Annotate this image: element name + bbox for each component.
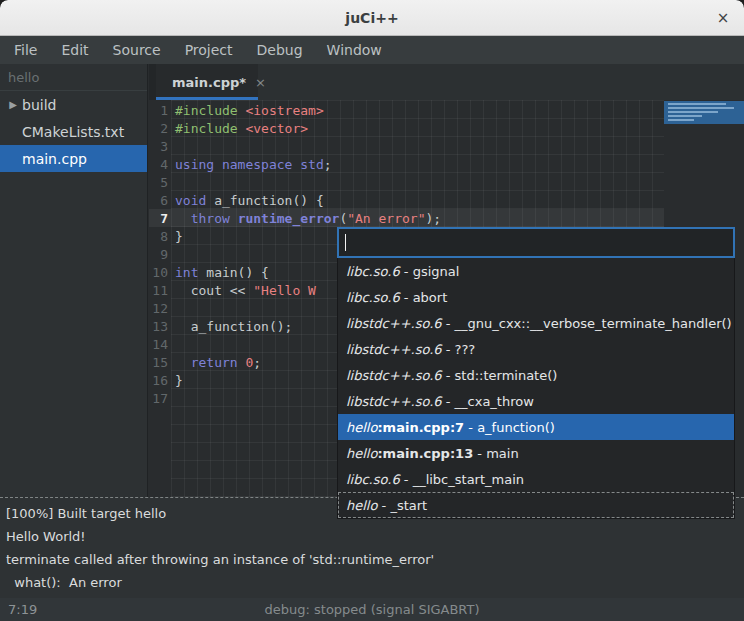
backtrace-item[interactable]: hello:main.cpp:13 - main bbox=[338, 440, 734, 466]
backtrace-item[interactable]: libstdc++.so.6 - __cxa_throw bbox=[338, 388, 734, 414]
line-number: 16 bbox=[149, 372, 168, 390]
menubar: FileEditSourceProjectDebugWindow bbox=[0, 36, 744, 64]
backtrace-item[interactable]: libstdc++.so.6 - __gnu_cxx::__verbose_te… bbox=[338, 310, 734, 336]
line-number: 8 bbox=[149, 228, 168, 246]
statusbar: debug: stopped (signal SIGABRT) 7:19 bbox=[0, 598, 744, 621]
titlebar: juCi++ × bbox=[0, 0, 744, 36]
tree-item-label: main.cpp bbox=[20, 151, 87, 167]
line-number: 4 bbox=[149, 156, 168, 174]
line-number: 6 bbox=[149, 192, 168, 210]
backtrace-item[interactable]: libstdc++.so.6 - ??? bbox=[338, 336, 734, 362]
backtrace-filter-input[interactable] bbox=[337, 227, 735, 258]
line-number-gutter: 1234567891011121314151617 bbox=[149, 102, 171, 408]
line-number: 3 bbox=[149, 138, 168, 156]
output-line: terminate called after throwing an insta… bbox=[6, 548, 744, 571]
code-line bbox=[175, 174, 441, 192]
tabbar-notch bbox=[149, 64, 156, 100]
line-number: 12 bbox=[149, 300, 168, 318]
tab-bar: main.cpp* × bbox=[149, 64, 744, 100]
backtrace-item[interactable]: libc.so.6 - gsignal bbox=[338, 258, 734, 284]
window-close-icon[interactable]: × bbox=[712, 7, 734, 29]
backtrace-item[interactable]: libc.so.6 - __libc_start_main bbox=[338, 466, 734, 492]
expander-arrow-icon[interactable]: ▶ bbox=[6, 99, 20, 110]
debug-tooltip-overlay bbox=[664, 101, 744, 124]
tab-label: main.cpp* bbox=[172, 75, 246, 90]
output-line: what(): An error bbox=[6, 571, 744, 594]
tree-item-label: build bbox=[20, 97, 56, 113]
backtrace-item[interactable]: libstdc++.so.6 - std::terminate() bbox=[338, 362, 734, 388]
menu-item-edit[interactable]: Edit bbox=[49, 38, 100, 62]
app-window: juCi++ × FileEditSourceProjectDebugWindo… bbox=[0, 0, 744, 621]
line-number: 14 bbox=[149, 336, 168, 354]
code-line: using namespace std; bbox=[175, 156, 441, 174]
menu-item-source[interactable]: Source bbox=[101, 38, 173, 62]
window-title: juCi++ bbox=[345, 10, 398, 26]
tree-item-label: CMakeLists.txt bbox=[20, 124, 124, 140]
backtrace-list: libc.so.6 - gsignallibc.so.6 - abortlibs… bbox=[337, 258, 735, 519]
line-number: 9 bbox=[149, 246, 168, 264]
menu-item-window[interactable]: Window bbox=[315, 38, 394, 62]
sidebar-file-tree: hello ▶buildCMakeLists.txtmain.cpp bbox=[0, 64, 148, 497]
text-cursor bbox=[345, 234, 346, 251]
backtrace-popup: libc.so.6 - gsignallibc.so.6 - abortlibs… bbox=[337, 227, 735, 519]
code-line: #include <iostream> bbox=[175, 102, 441, 120]
line-number: 5 bbox=[149, 174, 168, 192]
project-name-header: hello bbox=[0, 64, 147, 91]
backtrace-item[interactable]: libc.so.6 - abort bbox=[338, 284, 734, 310]
backtrace-item[interactable]: hello:main.cpp:7 - a_function() bbox=[338, 414, 734, 440]
line-number: 7 bbox=[149, 210, 168, 228]
menu-item-file[interactable]: File bbox=[2, 38, 49, 62]
tab-main-cpp[interactable]: main.cpp* × bbox=[156, 64, 258, 100]
line-number: 15 bbox=[149, 354, 168, 372]
code-line: #include <vector> bbox=[175, 120, 441, 138]
code-line bbox=[175, 138, 441, 156]
line-number: 11 bbox=[149, 282, 168, 300]
menu-item-project[interactable]: Project bbox=[173, 38, 245, 62]
line-number: 13 bbox=[149, 318, 168, 336]
sidebar-item-cmakelists-txt[interactable]: CMakeLists.txt bbox=[0, 118, 147, 145]
code-line: throw runtime_error("An error"); bbox=[175, 210, 441, 228]
output-line: Hello World! bbox=[6, 525, 744, 548]
code-line: void a_function() { bbox=[175, 192, 441, 210]
backtrace-item[interactable]: hello - _start bbox=[338, 492, 734, 518]
line-number: 10 bbox=[149, 264, 168, 282]
line-number: 17 bbox=[149, 390, 168, 408]
line-number: 2 bbox=[149, 120, 168, 138]
sidebar-item-main-cpp[interactable]: main.cpp bbox=[0, 145, 147, 172]
sidebar-item-build[interactable]: ▶build bbox=[0, 91, 147, 118]
debug-status-text: debug: stopped (signal SIGABRT) bbox=[0, 602, 744, 617]
menu-item-debug[interactable]: Debug bbox=[245, 38, 315, 62]
line-number: 1 bbox=[149, 102, 168, 120]
tab-close-icon[interactable]: × bbox=[255, 75, 266, 90]
